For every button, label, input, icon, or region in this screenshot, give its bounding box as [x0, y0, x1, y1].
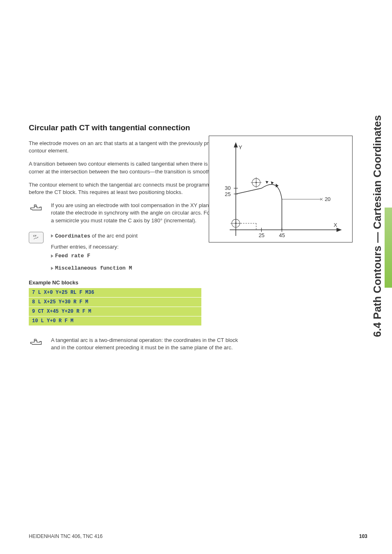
- diagram-figure: Y X 30 25 25 45 20: [209, 136, 353, 242]
- side-accent-bar: [385, 208, 392, 288]
- code-line-4: 10 L Y+0 R F M: [29, 316, 201, 326]
- hand-point-icon: [29, 202, 44, 213]
- coordinates-label: Coordinates: [55, 233, 90, 239]
- code-block: 7 L X+0 Y+25 RL F M36 8 L X+25 Y+30 R F …: [29, 288, 201, 326]
- section-side-title: 6.4 Path Contours — Cartesian Coordinate…: [371, 115, 384, 337]
- hand-point-icon: [29, 337, 44, 348]
- fig-tick-20: 20: [325, 196, 330, 202]
- footer-left-text: HEIDENHAIN TNC 406, TNC 416: [29, 533, 103, 539]
- further-entries-text: Further entries, if necessary:: [51, 243, 247, 252]
- note-box-2: A tangential arc is a two-dimensional op…: [29, 337, 247, 351]
- misc-function-label: Miscellaneous function M: [55, 265, 132, 271]
- fig-tick-25y: 25: [225, 191, 231, 197]
- code-line-1: 7 L X+0 Y+25 RL F M36: [29, 288, 201, 298]
- page-heading: Circular path CT with tangential connect…: [29, 123, 247, 132]
- fig-y-label: Y: [239, 144, 242, 150]
- fig-x-label: X: [334, 222, 337, 228]
- fig-tick-45x: 45: [279, 232, 285, 238]
- feed-rate-label: Feed rate F: [55, 253, 90, 259]
- svg-marker-23: [271, 181, 274, 185]
- fig-tick-30y: 30: [225, 185, 231, 191]
- code-line-3: 9 CT X+45 Y+20 R F M: [29, 307, 201, 316]
- ct-key-icon: CT: [29, 232, 44, 243]
- svg-marker-5: [337, 228, 342, 232]
- svg-text:CT: CT: [33, 235, 37, 237]
- svg-line-10: [236, 188, 262, 194]
- example-heading: Example NC blocks: [29, 279, 247, 286]
- svg-marker-3: [234, 142, 238, 148]
- coordinates-rest: of the arc end point: [90, 233, 138, 239]
- page-footer: HEIDENHAIN TNC 406, TNC 416 103: [29, 533, 367, 539]
- svg-marker-22: [265, 181, 268, 184]
- svg-point-17: [255, 182, 257, 183]
- code-line-2: 8 L X+25 Y+30 R F M: [29, 298, 201, 307]
- svg-point-21: [235, 222, 237, 224]
- page-number: 103: [359, 533, 367, 539]
- note-2-text: A tangential arc is a two-dimensional op…: [51, 337, 247, 351]
- fig-tick-25x: 25: [258, 232, 264, 238]
